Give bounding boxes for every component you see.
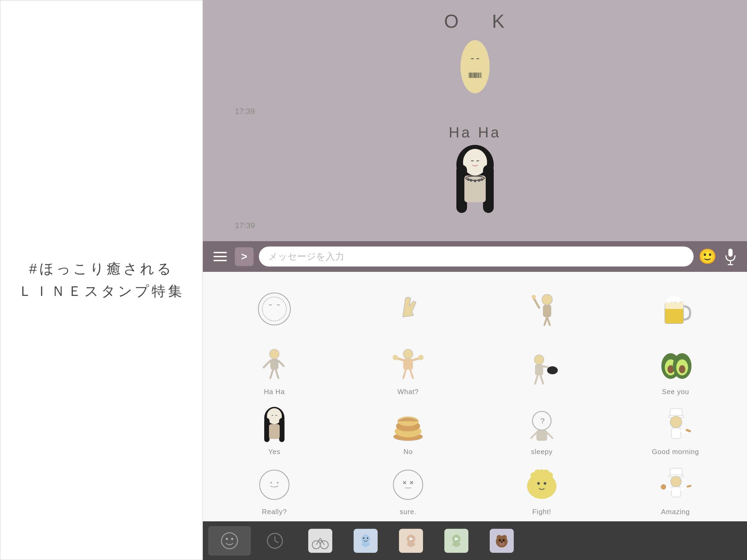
sticker-15[interactable]: Fight!	[475, 460, 608, 518]
sticker-panel: Ha Ha	[203, 272, 747, 521]
sticker-14-label: sure.	[400, 508, 417, 516]
svg-point-60	[418, 355, 423, 360]
sticker-6[interactable]: What?	[342, 340, 474, 399]
bottom-tab-bar	[203, 521, 747, 560]
svg-point-93	[670, 416, 682, 428]
svg-point-23	[467, 178, 470, 181]
svg-rect-64	[535, 365, 543, 375]
ok-stamp-container: O K	[219, 11, 731, 116]
tab-sticker-3[interactable]	[390, 526, 432, 556]
svg-rect-79	[269, 424, 280, 439]
sticker-sure-svg	[389, 466, 427, 503]
sticker-no-svg	[389, 406, 427, 444]
sticker-12[interactable]: Good morning	[609, 400, 742, 459]
sticker-13-label: Really?	[262, 508, 287, 516]
sticker-sleepy-svg: ?	[523, 406, 561, 444]
svg-rect-45	[665, 302, 684, 309]
svg-point-122	[222, 533, 237, 549]
page-title: #ほっこり癒される ＬＩＮＥスタンプ特集	[18, 258, 185, 302]
svg-point-123	[226, 538, 228, 540]
ok-figure-svg	[451, 35, 499, 104]
mic-button[interactable]	[722, 248, 739, 265]
svg-point-112	[537, 482, 540, 485]
sticker-8[interactable]: See you	[609, 340, 742, 399]
svg-line-131	[320, 538, 324, 545]
sticker-5-label: Ha Ha	[264, 388, 285, 396]
sticker-14[interactable]: sure.	[342, 460, 474, 518]
svg-point-98	[271, 482, 272, 483]
sticker-beer-svg	[657, 290, 694, 328]
sticker-10[interactable]: No	[342, 400, 474, 459]
sticker-1[interactable]	[208, 280, 340, 339]
expand-button[interactable]: >	[235, 247, 254, 266]
svg-rect-114	[670, 468, 682, 476]
tab-sticker-2[interactable]	[344, 526, 387, 556]
svg-point-113	[544, 482, 546, 485]
haha-label: Ha Ha	[449, 124, 501, 141]
sticker-grid: Ha Ha	[208, 280, 742, 518]
sticker-seeyou-svg	[657, 347, 694, 382]
sticker-11[interactable]: ? sleepy	[475, 400, 608, 459]
svg-rect-50	[271, 359, 278, 370]
sticker-12-label: Good morning	[652, 448, 699, 456]
haha-stamp-container: Ha Ha	[219, 124, 731, 230]
timestamp-1: 17:39	[235, 107, 255, 116]
svg-point-111	[546, 472, 553, 479]
sticker-pack-5-icon	[492, 531, 511, 550]
sticker-9[interactable]: Yes	[208, 400, 340, 459]
tab-sticker-5[interactable]	[481, 526, 523, 556]
sticker-pack-1-icon	[310, 530, 331, 552]
sticker-15-label: Fight!	[532, 508, 551, 516]
svg-point-27	[481, 178, 483, 181]
svg-line-68	[540, 375, 543, 384]
svg-line-54	[276, 370, 278, 378]
svg-point-119	[661, 484, 666, 489]
svg-point-100	[393, 470, 423, 500]
svg-line-120	[680, 487, 688, 489]
sticker-fight-svg	[523, 468, 561, 502]
svg-rect-88	[536, 430, 547, 441]
svg-rect-121	[687, 485, 692, 488]
svg-rect-117	[671, 487, 680, 497]
svg-point-141	[497, 535, 501, 540]
sticker-yes-svg	[256, 406, 293, 444]
message-input-field[interactable]: メッセージを入力	[259, 246, 694, 267]
svg-text:?: ?	[540, 417, 545, 425]
sticker-4[interactable]	[609, 280, 742, 339]
sticker-16[interactable]: Amazing	[609, 460, 742, 518]
svg-line-61	[403, 370, 406, 378]
menu-button[interactable]	[211, 247, 230, 266]
sticker-reading-svg	[523, 352, 561, 386]
sticker-hand-svg	[389, 290, 427, 328]
svg-point-49	[269, 349, 279, 359]
sticker-pack-4-icon	[447, 531, 466, 550]
svg-point-26	[478, 179, 481, 182]
sticker-7[interactable]	[475, 340, 608, 399]
input-placeholder: メッセージを入力	[268, 250, 344, 263]
sticker-10-label: No	[403, 448, 413, 456]
ok-stamp: O K	[444, 11, 506, 104]
svg-line-130	[316, 538, 320, 545]
sticker-pack-2-icon	[356, 531, 375, 550]
svg-rect-94	[671, 428, 681, 438]
sticker-3[interactable]	[475, 280, 608, 339]
sticker-2[interactable]	[342, 280, 474, 339]
svg-point-25	[474, 180, 476, 182]
sticker-13[interactable]: Really?	[208, 460, 340, 518]
sticker-5[interactable]: Ha Ha	[208, 340, 340, 399]
sticker-what-svg	[389, 347, 427, 382]
tab-sticker-4[interactable]	[435, 526, 478, 556]
svg-line-89	[531, 433, 536, 438]
timestamp-2: 17:39	[235, 221, 255, 230]
sticker-sitting-svg	[523, 290, 561, 328]
svg-point-66	[547, 366, 558, 374]
sticker-9-label: Yes	[268, 448, 280, 456]
svg-point-38	[542, 294, 552, 305]
svg-rect-56	[403, 359, 413, 370]
tab-emoji[interactable]	[208, 526, 251, 556]
svg-line-90	[547, 433, 552, 438]
svg-point-34	[262, 297, 286, 321]
tab-recent[interactable]	[254, 526, 296, 556]
emoji-button[interactable]: 🙂	[699, 248, 716, 265]
tab-sticker-1[interactable]	[299, 526, 342, 556]
